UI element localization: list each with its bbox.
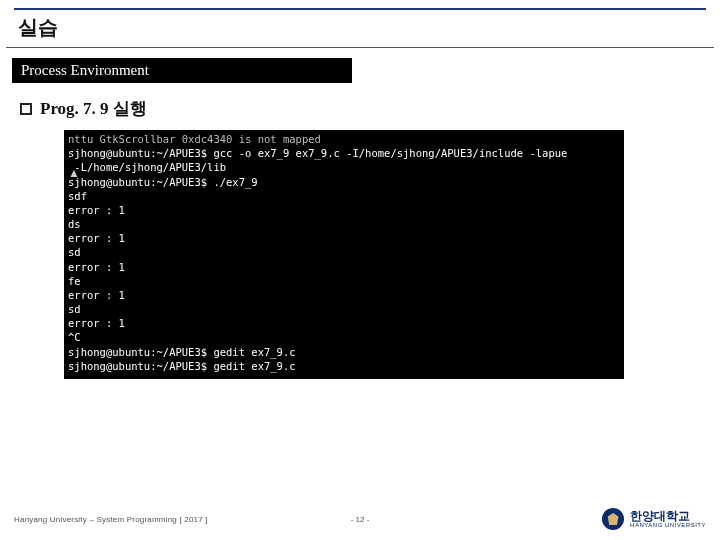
section-label: Process Environment (21, 62, 149, 78)
terminal-line: nttu GtkScrollbar 0xdc4340 is not mapped (68, 132, 620, 146)
terminal-line: sjhong@ubuntu:~/APUE3$ ./ex7_9 (68, 175, 620, 189)
square-bullet-icon (20, 103, 32, 115)
footer: Hanyang University – System Programming … (0, 508, 720, 530)
logo-emblem-icon (602, 508, 624, 530)
terminal: nttu GtkScrollbar 0xdc4340 is not mapped… (64, 130, 624, 379)
terminal-line: -L/home/sjhong/APUE3/lib (68, 160, 620, 174)
bullet-row: Prog. 7. 9 실행 (20, 97, 720, 120)
university-logo: 한양대학교 HANYANG UNIVERSITY (602, 508, 706, 530)
terminal-line: sjhong@ubuntu:~/APUE3$ gcc -o ex7_9 ex7_… (68, 146, 620, 160)
bullet-text: Prog. 7. 9 실행 (40, 97, 147, 120)
terminal-line: error : 1 (68, 203, 620, 217)
terminal-line: sdf (68, 189, 620, 203)
logo-english: HANYANG UNIVERSITY (630, 522, 706, 528)
terminal-line: sd (68, 245, 620, 259)
logo-lion-icon (607, 513, 619, 525)
title-underline (6, 47, 714, 48)
terminal-line: error : 1 (68, 288, 620, 302)
section-label-box: Process Environment (12, 58, 352, 83)
terminal-line: error : 1 (68, 231, 620, 245)
terminal-line: sjhong@ubuntu:~/APUE3$ gedit ex7_9.c (68, 345, 620, 359)
terminal-line: sd (68, 302, 620, 316)
logo-text: 한양대학교 HANYANG UNIVERSITY (630, 510, 706, 528)
slide-title: 실습 (0, 10, 720, 47)
logo-korean: 한양대학교 (630, 510, 706, 522)
terminal-line: ^C (68, 330, 620, 344)
terminal-line: sjhong@ubuntu:~/APUE3$ gedit ex7_9.c (68, 359, 620, 373)
terminal-line: error : 1 (68, 316, 620, 330)
terminal-line: ds (68, 217, 620, 231)
footer-attribution: Hanyang University – System Programming … (14, 515, 208, 524)
terminal-line: error : 1 (68, 260, 620, 274)
terminal-line: fe (68, 274, 620, 288)
terminal-screenshot: nttu GtkScrollbar 0xdc4340 is not mapped… (64, 130, 672, 379)
page-number: - 12 - (351, 515, 370, 524)
